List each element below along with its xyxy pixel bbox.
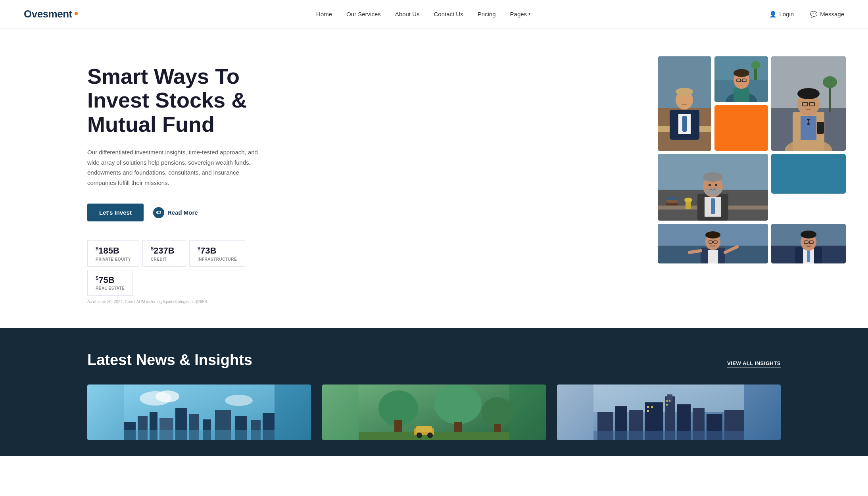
svg-point-93 bbox=[482, 397, 513, 427]
svg-point-44 bbox=[709, 184, 711, 186]
svg-point-91 bbox=[434, 384, 482, 424]
read-more-button[interactable]: 🏷 Read More bbox=[153, 207, 198, 218]
svg-rect-48 bbox=[666, 202, 678, 206]
hero-photo-1 bbox=[714, 56, 768, 102]
stat-label-real-estate: REAL ESTATE bbox=[96, 286, 125, 290]
stat-label-infrastructure: INFRASTRUCTURE bbox=[198, 257, 237, 261]
stats-note: As of June 30, 2024. Credit AUM includin… bbox=[87, 300, 286, 304]
hero-photo-3 bbox=[658, 56, 711, 151]
hero-color-teal bbox=[771, 154, 846, 194]
message-link[interactable]: 💬 Message bbox=[810, 11, 844, 18]
hero-color-orange bbox=[714, 105, 768, 151]
nav-link-pricing[interactable]: Pricing bbox=[478, 11, 496, 17]
nav-item-services[interactable]: Our Services bbox=[346, 11, 381, 18]
logo[interactable]: Ovesment bbox=[24, 8, 78, 20]
svg-point-34 bbox=[676, 88, 693, 96]
nav-link-pages[interactable]: Pages ▾ bbox=[510, 11, 531, 17]
svg-point-10 bbox=[751, 61, 760, 69]
hero-buttons: Let's Invest 🏷 Read More bbox=[87, 204, 286, 221]
svg-rect-40 bbox=[711, 198, 715, 214]
insights-title: Latest News & Insights bbox=[87, 352, 252, 369]
hero-title: Smart Ways To Invest Stocks & Mutual Fun… bbox=[87, 64, 286, 136]
svg-point-66 bbox=[705, 231, 720, 238]
svg-rect-112 bbox=[647, 406, 649, 408]
hero-image-grid bbox=[658, 56, 844, 263]
nav-item-home[interactable]: Home bbox=[316, 11, 332, 18]
login-link[interactable]: 👤 Login bbox=[769, 11, 794, 18]
svg-point-74 bbox=[156, 390, 179, 402]
stat-amount-infrastructure: $73B bbox=[198, 246, 237, 256]
stats-row: $185B PRIVATE EQUITY $237B CREDIT $73B I… bbox=[87, 240, 286, 296]
svg-point-5 bbox=[734, 69, 749, 77]
hero-photo-4 bbox=[658, 154, 768, 221]
stat-infrastructure: $73B INFRASTRUCTURE bbox=[189, 240, 245, 266]
nav-divider bbox=[802, 10, 802, 19]
nav-links: Home Our Services About Us Contact Us Pr… bbox=[316, 11, 531, 18]
nav-actions: 👤 Login 💬 Message bbox=[769, 10, 844, 19]
news-cards-row bbox=[87, 384, 781, 440]
nav-link-services[interactable]: Our Services bbox=[346, 11, 381, 17]
svg-rect-55 bbox=[807, 250, 810, 262]
svg-point-26 bbox=[823, 76, 837, 88]
svg-point-57 bbox=[801, 231, 816, 238]
svg-rect-115 bbox=[666, 400, 668, 402]
svg-rect-118 bbox=[593, 431, 744, 440]
nav-item-pricing[interactable]: Pricing bbox=[478, 11, 496, 18]
insights-header: Latest News & Insights VIEW ALL INSIGHTS bbox=[87, 352, 781, 369]
news-card-3-image bbox=[557, 384, 781, 440]
brand-name: Ovesment bbox=[24, 8, 72, 20]
logo-dot bbox=[75, 12, 78, 15]
hero-content: Smart Ways To Invest Stocks & Mutual Fun… bbox=[87, 56, 286, 304]
svg-point-42 bbox=[703, 172, 723, 182]
news-card-2-image bbox=[322, 384, 546, 440]
svg-point-75 bbox=[225, 395, 253, 406]
invest-button[interactable]: Let's Invest bbox=[87, 204, 144, 221]
nav-item-contact[interactable]: Contact Us bbox=[434, 11, 463, 18]
hero-photo-5 bbox=[771, 224, 846, 263]
stat-label-private-equity: PRIVATE EQUITY bbox=[96, 257, 131, 261]
stat-amount-real-estate: $75B bbox=[96, 275, 125, 285]
svg-line-71 bbox=[689, 251, 701, 252]
svg-point-45 bbox=[715, 184, 717, 186]
news-card-1-image bbox=[87, 384, 311, 440]
svg-rect-97 bbox=[416, 426, 432, 432]
hero-photo-6 bbox=[658, 224, 768, 263]
nav-item-pages[interactable]: Pages ▾ bbox=[510, 11, 531, 17]
nav-item-about[interactable]: About Us bbox=[395, 11, 420, 18]
svg-point-47 bbox=[684, 198, 692, 202]
read-more-icon: 🏷 bbox=[153, 207, 164, 218]
svg-rect-49 bbox=[666, 200, 678, 203]
news-card-3[interactable] bbox=[557, 384, 781, 440]
nav-link-about[interactable]: About Us bbox=[395, 11, 420, 17]
news-card-2[interactable] bbox=[322, 384, 546, 440]
svg-point-20 bbox=[797, 88, 820, 99]
view-all-insights-link[interactable]: VIEW ALL INSIGHTS bbox=[727, 360, 781, 367]
hero-description: Our differentiated investment insights, … bbox=[87, 147, 262, 188]
svg-rect-24 bbox=[817, 122, 824, 134]
svg-rect-64 bbox=[708, 250, 718, 263]
insights-section: Latest News & Insights VIEW ALL INSIGHTS bbox=[0, 328, 868, 456]
news-card-1[interactable] bbox=[87, 384, 311, 440]
svg-rect-114 bbox=[647, 410, 649, 412]
navbar: Ovesment Home Our Services About Us Cont… bbox=[0, 0, 868, 29]
nav-link-home[interactable]: Home bbox=[316, 11, 332, 17]
svg-rect-87 bbox=[124, 430, 275, 440]
nav-link-contact[interactable]: Contact Us bbox=[434, 11, 463, 17]
stat-private-equity: $185B PRIVATE EQUITY bbox=[87, 240, 139, 266]
svg-rect-117 bbox=[669, 400, 670, 402]
chevron-down-icon: ▾ bbox=[528, 12, 531, 17]
stat-credit: $237B CREDIT bbox=[142, 240, 186, 266]
svg-rect-3 bbox=[734, 88, 749, 102]
message-icon: 💬 bbox=[810, 11, 818, 18]
stat-amount-private-equity: $185B bbox=[96, 246, 131, 256]
svg-rect-116 bbox=[666, 404, 668, 406]
svg-rect-113 bbox=[651, 406, 653, 408]
stat-amount-credit: $237B bbox=[151, 246, 178, 256]
svg-point-98 bbox=[417, 433, 422, 438]
user-icon: 👤 bbox=[769, 11, 777, 18]
hero-photo-2 bbox=[771, 56, 846, 151]
svg-rect-50 bbox=[667, 197, 678, 200]
svg-point-43 bbox=[705, 188, 721, 196]
hero-section: Smart Ways To Invest Stocks & Mutual Fun… bbox=[0, 29, 868, 328]
stat-real-estate: $75B REAL ESTATE bbox=[87, 270, 133, 296]
